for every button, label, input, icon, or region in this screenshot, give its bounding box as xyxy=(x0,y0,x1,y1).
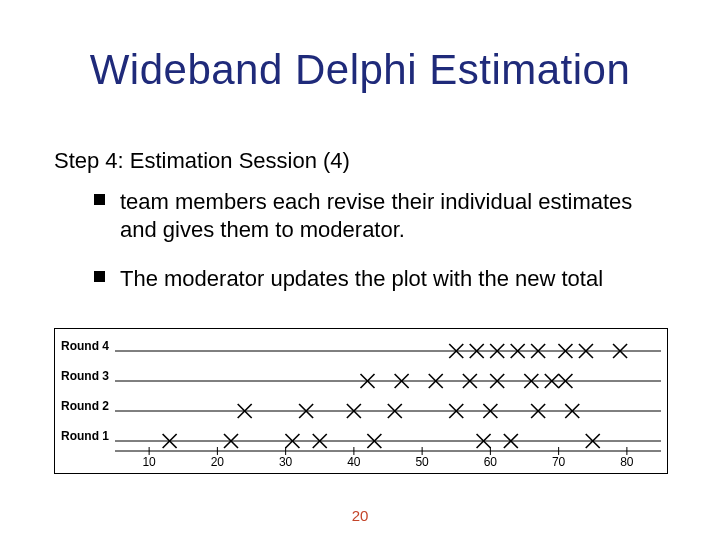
chart-tick-label: 40 xyxy=(347,455,360,469)
bullet-text: team members each revise their individua… xyxy=(120,189,632,242)
bullet-marker-icon xyxy=(94,271,105,282)
bullet-item: team members each revise their individua… xyxy=(94,188,670,243)
chart-svg xyxy=(55,329,667,473)
delphi-rounds-chart: Round 4 Round 3 Round 2 Round 1 10203040… xyxy=(54,328,668,474)
bullet-text: The moderator updates the plot with the … xyxy=(120,266,603,291)
chart-tick-label: 60 xyxy=(484,455,497,469)
bullet-item: The moderator updates the plot with the … xyxy=(94,265,670,293)
chart-tick-label: 70 xyxy=(552,455,565,469)
slide-number: 20 xyxy=(0,507,720,524)
chart-tick-label: 30 xyxy=(279,455,292,469)
slide: Wideband Delphi Estimation Step 4: Estim… xyxy=(0,0,720,540)
chart-marks xyxy=(163,344,627,448)
chart-tick-label: 80 xyxy=(620,455,633,469)
bullet-marker-icon xyxy=(94,194,105,205)
page-title: Wideband Delphi Estimation xyxy=(0,46,720,94)
chart-tick-label: 10 xyxy=(142,455,155,469)
step-heading: Step 4: Estimation Session (4) xyxy=(54,148,350,174)
bullet-list: team members each revise their individua… xyxy=(94,188,670,315)
chart-tick-label: 50 xyxy=(415,455,428,469)
chart-tick-label: 20 xyxy=(211,455,224,469)
